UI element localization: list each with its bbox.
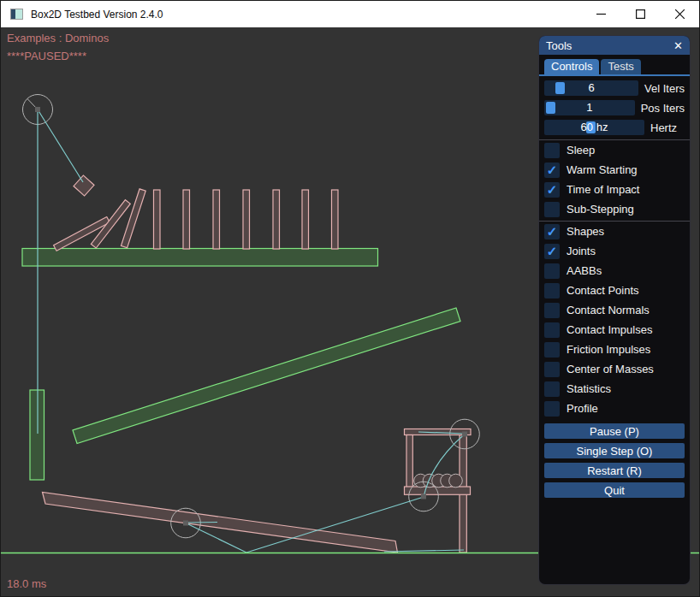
green-pillar <box>30 390 44 480</box>
frame-left-leg[interactable] <box>406 435 412 488</box>
tab-underline <box>539 74 690 76</box>
pos-iters-slider[interactable]: 1 <box>544 100 635 115</box>
single-step-button[interactable]: Single Step (O) <box>544 443 685 458</box>
domino-upright[interactable] <box>183 190 190 249</box>
checkbox-sub-stepping[interactable]: ✓ Sub-Stepping <box>539 199 690 219</box>
checkbox-shapes[interactable]: ✓ Shapes <box>539 222 690 241</box>
checkbox-box[interactable]: ✓ <box>544 224 560 239</box>
paused-indicator: ****PAUSED**** <box>7 50 86 62</box>
domino-upright[interactable] <box>273 190 280 249</box>
maximize-button[interactable] <box>620 1 660 27</box>
window-title: Box2D Testbed Version 2.4.0 <box>31 9 163 21</box>
joint-line <box>187 523 217 523</box>
slider-label: Hertz <box>650 121 677 134</box>
check-icon: ✓ <box>547 245 558 257</box>
domino-upright[interactable] <box>302 190 309 249</box>
app-icon <box>10 9 23 20</box>
simulation-canvas[interactable]: Examples : Dominos ****PAUSED**** 18.0 m… <box>1 27 700 597</box>
dominoes <box>54 189 338 251</box>
slider-value: 1 <box>544 101 635 114</box>
check-icon: ✓ <box>547 183 558 196</box>
domino-fallen[interactable] <box>121 189 145 248</box>
checkbox-warm-starting[interactable]: ✓ Warm Starting <box>539 160 690 180</box>
quit-button[interactable]: Quit <box>544 482 685 498</box>
titlebar: Box2D Testbed Version 2.4.0 <box>1 1 699 27</box>
tools-panel-title: Tools <box>546 39 572 52</box>
body-marker <box>35 107 40 112</box>
tools-panel-titlebar[interactable]: Tools ✕ <box>539 36 690 55</box>
example-title: Examples : Dominos <box>7 32 109 44</box>
checkbox-box[interactable]: ✓ <box>544 182 560 198</box>
tools-panel: Tools ✕ Controls Tests 6 Vel Iters 1 <box>538 35 691 585</box>
checkbox-time-of-impact[interactable]: ✓ Time of Impact <box>539 180 690 199</box>
checkbox-box[interactable]: ✓ <box>544 362 560 377</box>
checkbox-contact-points[interactable]: ✓ Contact Points <box>539 281 690 300</box>
checkbox-statistics[interactable]: ✓ Statistics <box>539 379 690 399</box>
shelf-balls <box>414 474 463 488</box>
domino-upright[interactable] <box>154 190 161 249</box>
slider-value: 6 <box>544 81 638 94</box>
tab-controls[interactable]: Controls <box>544 59 599 74</box>
body-marker <box>421 494 426 499</box>
checkbox-box[interactable]: ✓ <box>544 322 560 338</box>
slider-row-vel-iters: 6 Vel Iters <box>544 80 685 96</box>
slider-label: Pos Iters <box>641 102 685 115</box>
body-marker <box>183 521 188 526</box>
checkbox-profile[interactable]: ✓ Profile <box>539 399 690 418</box>
joint-line <box>38 109 83 182</box>
checkbox-sleep[interactable]: ✓ Sleep <box>539 140 690 160</box>
frame-time: 18.0 ms <box>7 577 46 590</box>
slider-row-pos-iters: 1 Pos Iters <box>544 100 685 115</box>
hertz-slider[interactable]: 60 hz <box>544 120 644 135</box>
checkbox-box[interactable]: ✓ <box>544 401 560 417</box>
pendulum-bob[interactable] <box>74 175 94 196</box>
app-window: Box2D Testbed Version 2.4.0 <box>0 0 700 597</box>
slider-label: Vel Iters <box>644 82 685 95</box>
checkbox-box[interactable]: ✓ <box>544 283 560 298</box>
tab-bar: Controls Tests <box>539 55 690 74</box>
minimize-icon <box>596 9 606 19</box>
domino-upright[interactable] <box>213 190 220 249</box>
checkbox-aabbs[interactable]: ✓ AABBs <box>539 261 690 281</box>
green-ramp <box>73 308 460 444</box>
ball[interactable] <box>449 474 463 488</box>
minimize-button[interactable] <box>581 1 620 27</box>
domino-upright[interactable] <box>332 190 339 249</box>
panel-close-icon[interactable]: ✕ <box>673 40 683 51</box>
checkbox-center-of-masses[interactable]: ✓ Center of Masses <box>539 359 690 379</box>
checkbox-box[interactable]: ✓ <box>544 143 560 158</box>
body-marker <box>462 432 467 437</box>
checkbox-joints[interactable]: ✓ Joints <box>539 241 690 261</box>
tab-tests[interactable]: Tests <box>601 59 640 74</box>
slider-row-hertz: 60 hz Hertz <box>544 120 685 135</box>
check-icon: ✓ <box>547 225 558 238</box>
vel-iters-slider[interactable]: 6 <box>544 80 638 96</box>
checkbox-friction-impulses[interactable]: ✓ Friction Impulses <box>539 340 690 359</box>
checkbox-box[interactable]: ✓ <box>544 342 560 358</box>
checkbox-box[interactable]: ✓ <box>544 303 560 318</box>
slider-value: 60 hz <box>544 121 644 133</box>
close-icon <box>675 9 685 19</box>
maximize-icon <box>636 9 645 19</box>
domino-platform <box>22 249 378 267</box>
restart-button[interactable]: Restart (R) <box>544 463 685 478</box>
checkbox-contact-normals[interactable]: ✓ Contact Normals <box>539 300 690 320</box>
domino-upright[interactable] <box>243 190 250 249</box>
pause-button[interactable]: Pause (P) <box>544 423 685 439</box>
checkbox-box[interactable]: ✓ <box>544 163 560 178</box>
check-icon: ✓ <box>547 163 558 176</box>
checkbox-box[interactable]: ✓ <box>544 202 560 217</box>
close-button[interactable] <box>660 1 699 27</box>
frame-top-bar[interactable] <box>405 429 472 435</box>
checkbox-box[interactable]: ✓ <box>544 244 560 259</box>
checkbox-box[interactable]: ✓ <box>544 381 560 397</box>
checkbox-box[interactable]: ✓ <box>544 263 560 279</box>
checkbox-contact-impulses[interactable]: ✓ Contact Impulses <box>539 320 690 340</box>
